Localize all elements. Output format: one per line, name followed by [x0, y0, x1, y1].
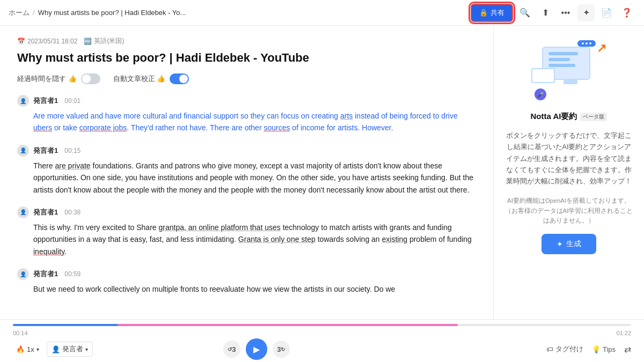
speed-button[interactable]: 🔥 1x ▾: [13, 343, 42, 356]
underline-ubers: ubers: [33, 123, 52, 132]
speaker-time-2: 00:15: [64, 147, 80, 154]
avatar-2: 👤: [17, 145, 29, 157]
beta-badge: ベータ版: [580, 113, 607, 121]
tips-button[interactable]: 💡 Tips: [592, 345, 616, 353]
ai-description: ボタンをクリックするだけで、文字起こし結果に基づいたAI要約とアクションアイテム…: [504, 130, 633, 187]
nav-actions: 🔒 共有 🔍 ⬆ ••• ✦ 📄 ❓: [471, 4, 635, 22]
doc-icon: 📄: [601, 8, 612, 18]
speaker-line-2: 👤 発言者1 00:15: [17, 145, 476, 157]
transcript-text-3: This is why. I'm very excited to Share g…: [33, 221, 476, 257]
help-button[interactable]: ❓: [618, 4, 635, 21]
progress-times: 00:14 01:22: [13, 330, 631, 336]
ai-title: Notta AI要約 ベータ版: [531, 112, 608, 122]
speaker-line-3: 👤 発言者1 00:38: [17, 206, 476, 218]
speed-label: 1x: [27, 345, 34, 353]
speaker-time-4: 00:59: [64, 270, 80, 278]
transcript-section-2: 👤 発言者1 00:15 There are private foundatio…: [17, 145, 476, 196]
speaker-select-button[interactable]: 👤 発言者 ▾: [47, 342, 93, 357]
speaker-chevron: ▾: [85, 346, 88, 352]
transcript-section-1: 👤 発言者1 00:01 Are more valued and have mo…: [17, 95, 476, 134]
progress-track[interactable]: [13, 324, 631, 326]
tag-icon: 🏷: [546, 345, 553, 353]
avatar-3: 👤: [17, 206, 29, 218]
skip-back-label: 3: [232, 345, 236, 353]
breadcrumb-current: Why must artists be poor? | Hadi Eldebek…: [38, 9, 186, 17]
transcript-section-4: 👤 発言者1 00:59 But we need to work collect…: [17, 268, 476, 295]
doc-button[interactable]: 📄: [598, 4, 615, 21]
more-icon: •••: [561, 8, 570, 18]
transcript-text-2: There are private foundations. Grants an…: [33, 160, 476, 196]
lock-icon: 🔒: [479, 9, 488, 17]
generate-icon: ✦: [557, 240, 563, 248]
share-button[interactable]: 🔒 共有: [471, 4, 513, 22]
speaker-time-1: 00:01: [64, 97, 80, 105]
underline-grantpa: grantpa, an online platform that uses: [159, 223, 281, 232]
toggle-knob-2: [179, 75, 188, 83]
transcript-section-3: 👤 発言者1 00:38 This is why. I'm very excit…: [17, 206, 476, 257]
date-meta: 📅 2023/05/31 18:02: [17, 38, 77, 45]
speaker-icon: 👤: [52, 345, 60, 353]
more-button[interactable]: •••: [557, 4, 574, 21]
center-controls: ↺ 3 ▶ 3 ↻: [223, 338, 290, 360]
player-bar: 00:14 01:22 🔥 1x ▾ 👤 発言者 ▾ ↺ 3 ▶ 3 ↻: [0, 319, 644, 362]
underline-inequality: inequality: [33, 247, 64, 256]
toggles-row: 経過時間を隠す 👍 自動文章校正 👍: [17, 73, 476, 84]
magic-icon: ✦: [583, 8, 590, 18]
speaker-name-2: 発言者1: [33, 146, 58, 156]
doc-lang: 英語(米国): [94, 36, 124, 46]
top-nav: ホーム / Why must artists be poor? | Hadi E…: [0, 0, 644, 26]
fire-icon: 🔥: [16, 345, 25, 353]
toggle-hide-time-label: 経過時間を隠す 👍: [17, 74, 77, 84]
speaker-line-1: 👤 発言者1 00:01: [17, 95, 476, 107]
speed-chevron: ▾: [36, 346, 39, 352]
toggle-hide-time-switch[interactable]: [81, 73, 100, 84]
transcript-text-4: But we need to work collectively on mult…: [33, 283, 476, 295]
ai-illustration: 🎤 ↗: [526, 39, 612, 103]
generate-label: 生成: [566, 239, 581, 249]
upload-button[interactable]: ⬆: [537, 4, 554, 21]
magic-button[interactable]: ✦: [577, 4, 595, 21]
skip-forward-icon: ↻: [281, 346, 285, 352]
underline-arts: arts: [340, 112, 353, 120]
right-panel: 🎤 ↗ Notta AI要約 ベータ版 ボタンをクリックするだけで、文字起こし結…: [494, 26, 644, 319]
speaker-time-3: 00:38: [64, 209, 80, 216]
transcript-text-1: Are more valued and have more cultural a…: [33, 110, 476, 134]
generate-button[interactable]: ✦ 生成: [541, 234, 596, 254]
toggle-autocorrect-switch[interactable]: [170, 73, 189, 84]
skip-forward-label: 3: [277, 345, 281, 353]
speaker-line-4: 👤 発言者1 00:59: [17, 268, 476, 280]
play-icon: ▶: [253, 344, 260, 354]
tips-label: Tips: [603, 345, 616, 353]
play-button[interactable]: ▶: [246, 338, 267, 360]
lang-icon: 🔤: [84, 38, 92, 45]
ai-title-text: Notta AI要約: [531, 112, 577, 122]
player-controls: 🔥 1x ▾ 👤 発言者 ▾ ↺ 3 ▶ 3 ↻ 🏷: [13, 338, 631, 360]
speaker-name-4: 発言者1: [33, 269, 58, 279]
shuffle-icon: ⇄: [624, 345, 631, 354]
speaker-label: 発言者: [62, 344, 83, 354]
skip-back-button[interactable]: ↺ 3: [223, 341, 240, 358]
search-icon: 🔍: [519, 8, 530, 18]
search-button[interactable]: 🔍: [516, 4, 533, 21]
right-controls: 🏷 タグ付け 💡 Tips ⇄: [546, 344, 631, 354]
toggle-autocorrect-label: 自動文章校正 👍: [113, 74, 166, 84]
total-time: 01:22: [616, 330, 631, 336]
breadcrumb-separator: /: [33, 9, 35, 17]
tag-button[interactable]: 🏷 タグ付け: [546, 344, 583, 354]
shuffle-button[interactable]: ⇄: [624, 344, 631, 354]
breadcrumb-home[interactable]: ホーム: [9, 8, 30, 18]
avatar-4: 👤: [17, 268, 29, 280]
skip-back-icon: ↺: [228, 346, 232, 352]
current-time: 00:14: [13, 330, 28, 336]
underline-granta: Granta is only one step: [238, 235, 316, 243]
underline-private: are private: [55, 161, 90, 170]
calendar-icon: 📅: [17, 38, 25, 45]
breadcrumb: ホーム / Why must artists be poor? | Hadi E…: [9, 8, 471, 18]
toggle-hide-time: 経過時間を隠す 👍: [17, 73, 100, 84]
skip-forward-button[interactable]: 3 ↻: [273, 341, 290, 358]
doc-title: Why must artists be poor? | Hadi Eldebek…: [17, 51, 476, 65]
doc-meta: 📅 2023/05/31 18:02 🔤 英語(米国): [17, 36, 476, 46]
lang-meta: 🔤 英語(米国): [84, 36, 124, 46]
speaker-name-1: 発言者1: [33, 96, 58, 106]
tips-icon: 💡: [592, 345, 601, 353]
